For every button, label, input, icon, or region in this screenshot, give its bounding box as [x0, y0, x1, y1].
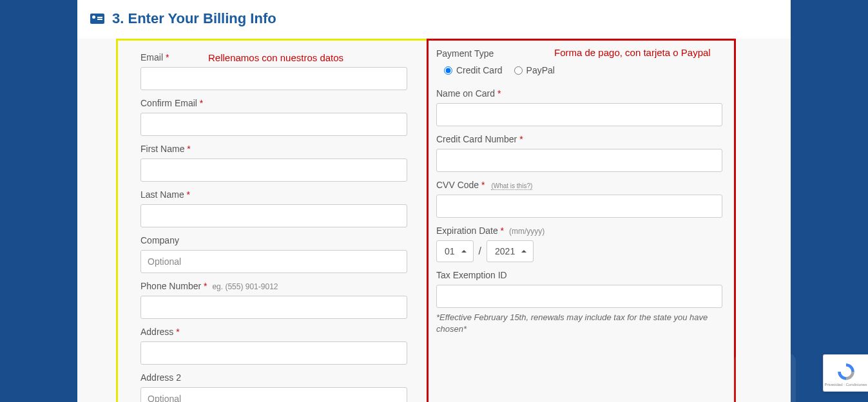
name-on-card-label: Name on Card * [436, 88, 722, 99]
address2-field[interactable] [140, 387, 407, 402]
first-name-label: First Name * [140, 144, 407, 154]
annotation-payment: Forma de pago, con tarjeta o Paypal [554, 47, 711, 58]
annotation-personal: Rellenamos con nuestros datos [208, 52, 343, 63]
caret-up-icon [461, 250, 467, 253]
company-field[interactable] [140, 250, 407, 273]
billing-container: 3. Enter Your Billing Info Rellenamos co… [77, 0, 791, 402]
payment-option-cc[interactable]: Credit Card [444, 65, 503, 75]
expiration-label: Expiration Date * (mm/yyyy) [436, 225, 722, 236]
radio-credit-card[interactable] [444, 66, 452, 75]
tax-note: *Effective February 15th, renewals may i… [436, 312, 722, 335]
first-name-field[interactable] [140, 158, 407, 182]
recaptcha-icon [836, 362, 856, 381]
phone-field[interactable] [140, 296, 407, 319]
personal-info-column: Rellenamos con nuestros datos Email * Co… [116, 39, 429, 402]
address-label: Address * [140, 327, 407, 337]
exp-separator: / [479, 245, 481, 257]
payment-option-paypal[interactable]: PayPal [514, 65, 555, 75]
card-number-label: Credit Card Number * [436, 134, 722, 144]
exp-month-select[interactable]: 01 [436, 240, 474, 262]
phone-label: Phone Number * eg. (555) 901-9012 [140, 281, 407, 291]
confirm-email-label: Confirm Email * [140, 98, 407, 108]
address-field[interactable] [140, 341, 407, 365]
last-name-field[interactable] [140, 204, 407, 227]
email-field[interactable] [140, 67, 407, 90]
address2-label: Address 2 [140, 372, 407, 383]
name-on-card-field[interactable] [436, 103, 722, 126]
form-area: Rellenamos con nuestros datos Email * Co… [77, 39, 791, 402]
recaptcha-caption: Privacidad · Condiciones [824, 383, 867, 387]
tax-exemption-label: Tax Exemption ID [436, 270, 722, 280]
card-number-field[interactable] [436, 149, 722, 172]
recaptcha-badge[interactable]: Privacidad · Condiciones [823, 354, 868, 392]
payment-info-column: Forma de pago, con tarjeta o Paypal Paym… [427, 39, 736, 402]
cvv-label: CVV Code * (What is this?) [436, 180, 722, 190]
section-header: 3. Enter Your Billing Info [77, 0, 791, 39]
company-label: Company [140, 235, 407, 245]
tax-exemption-field[interactable] [436, 285, 722, 308]
section-title: 3. Enter Your Billing Info [112, 10, 276, 27]
radio-paypal[interactable] [514, 66, 523, 75]
last-name-label: Last Name * [140, 189, 407, 200]
confirm-email-field[interactable] [140, 113, 407, 136]
cvv-field[interactable] [436, 195, 722, 218]
id-card-icon [90, 14, 104, 24]
caret-up-icon [521, 250, 526, 253]
exp-year-select[interactable]: 2021 [487, 240, 534, 262]
cvv-help-link[interactable]: (What is this?) [491, 182, 532, 190]
